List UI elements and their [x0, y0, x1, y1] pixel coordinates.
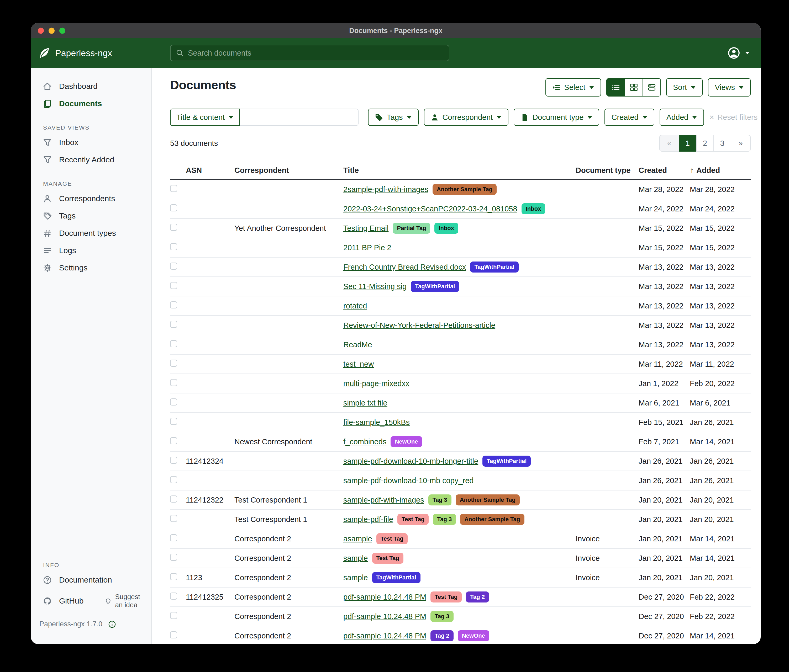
correspondent-filter-button[interactable]: Correspondent: [424, 108, 509, 126]
added-filter-button[interactable]: Added: [660, 108, 704, 126]
row-checkbox[interactable]: [170, 457, 177, 464]
document-title-link[interactable]: sample: [343, 554, 368, 563]
page-button-3[interactable]: 3: [713, 135, 731, 151]
sidebar-item-tags[interactable]: Tags: [31, 207, 151, 225]
column-header-doctype[interactable]: Document type: [576, 166, 639, 175]
correspondent-cell[interactable]: Correspondent 2: [235, 632, 343, 640]
tag-badge[interactable]: Tag 3: [428, 494, 452, 505]
row-checkbox[interactable]: [170, 612, 177, 619]
row-checkbox[interactable]: [170, 592, 177, 600]
row-checkbox[interactable]: [170, 321, 177, 328]
document-title-link[interactable]: French Country Bread Revised.docx: [343, 263, 466, 271]
views-button[interactable]: Views: [708, 78, 751, 97]
tag-badge[interactable]: Test Tag: [430, 591, 462, 602]
document-title-link[interactable]: rotated: [343, 302, 367, 310]
row-checkbox[interactable]: [170, 243, 177, 250]
row-checkbox[interactable]: [170, 573, 177, 580]
tag-badge[interactable]: Tag 2: [466, 591, 489, 602]
correspondent-cell[interactable]: Test Correspondent 1: [235, 515, 343, 524]
correspondent-cell[interactable]: Newest Correspondent: [235, 438, 343, 446]
doctype-cell[interactable]: Invoice: [576, 554, 639, 563]
search-input[interactable]: [188, 49, 444, 57]
document-title-link[interactable]: asample: [343, 535, 372, 543]
document-title-link[interactable]: 2022-03-24+Sonstige+ScanPC2022-03-24_081…: [343, 205, 517, 213]
document-title-link[interactable]: simple txt file: [343, 399, 387, 407]
doctype-cell[interactable]: Invoice: [576, 535, 639, 543]
column-header-correspondent[interactable]: Correspondent: [235, 166, 343, 175]
reset-filters-button[interactable]: × Reset filters: [709, 113, 757, 122]
suggest-idea-link[interactable]: Suggest an idea: [104, 593, 146, 609]
tag-badge[interactable]: Inbox: [434, 223, 458, 234]
tags-filter-button[interactable]: Tags: [368, 108, 418, 126]
sidebar-item-settings[interactable]: Settings: [31, 259, 151, 277]
brand-link[interactable]: Paperless-ngx: [39, 47, 112, 59]
document-title-link[interactable]: Sec 11-Missing sig: [343, 282, 407, 291]
document-title-link[interactable]: sample-pdf-with-images: [343, 496, 424, 505]
detail-view-toggle[interactable]: [642, 79, 660, 96]
column-header-added[interactable]: ↑ Added: [690, 166, 751, 175]
correspondent-cell[interactable]: Correspondent 2: [235, 554, 343, 563]
row-checkbox[interactable]: [170, 360, 177, 367]
page-button-1[interactable]: 1: [679, 135, 696, 151]
tag-badge[interactable]: Another Sample Tag: [460, 514, 524, 525]
tag-badge[interactable]: Another Sample Tag: [433, 184, 497, 195]
row-checkbox[interactable]: [170, 398, 177, 406]
row-checkbox[interactable]: [170, 418, 177, 425]
row-checkbox[interactable]: [170, 340, 177, 347]
sidebar-item-github[interactable]: GitHub Suggest an idea: [31, 589, 151, 613]
tag-badge[interactable]: Test Tag: [398, 514, 429, 525]
document-title-link[interactable]: f_combineds: [343, 438, 387, 446]
row-checkbox[interactable]: [170, 534, 177, 541]
correspondent-cell[interactable]: Correspondent 2: [235, 593, 343, 602]
info-circle-icon[interactable]: [108, 620, 116, 628]
row-checkbox[interactable]: [170, 379, 177, 386]
select-button[interactable]: Select: [545, 78, 601, 97]
tag-badge[interactable]: Partial Tag: [393, 223, 430, 234]
document-title-link[interactable]: Testing Email: [343, 224, 388, 232]
column-header-title[interactable]: Title: [343, 166, 576, 175]
page-button-«[interactable]: «: [659, 135, 679, 151]
tag-badge[interactable]: TagWithPartial: [482, 455, 531, 467]
row-checkbox[interactable]: [170, 282, 177, 289]
document-title-link[interactable]: sample-pdf-download-10-mb copy_red: [343, 476, 473, 485]
tag-badge[interactable]: TagWithPartial: [411, 281, 459, 292]
sidebar-item-document-types[interactable]: Document types: [31, 225, 151, 242]
tag-badge[interactable]: Inbox: [522, 203, 545, 214]
row-checkbox[interactable]: [170, 185, 177, 192]
document-title-link[interactable]: pdf-sample 10.24.48 PM: [343, 632, 426, 640]
tag-badge[interactable]: TagWithPartial: [470, 261, 518, 272]
correspondent-cell[interactable]: Correspondent 2: [235, 573, 343, 582]
document-title-link[interactable]: test_new: [343, 360, 374, 368]
row-checkbox[interactable]: [170, 224, 177, 231]
sort-button[interactable]: Sort: [666, 78, 703, 97]
document-title-link[interactable]: pdf-sample 10.24.48 PM: [343, 612, 426, 621]
list-view-toggle[interactable]: [607, 79, 625, 96]
sidebar-item-documents[interactable]: Documents: [31, 95, 151, 112]
correspondent-cell[interactable]: Correspondent 2: [235, 612, 343, 621]
tag-badge[interactable]: Another Sample Tag: [456, 494, 520, 505]
tag-badge[interactable]: Test Tag: [372, 553, 403, 564]
tag-badge[interactable]: TagWithPartial: [372, 572, 420, 583]
sidebar-item-logs[interactable]: Logs: [31, 242, 151, 259]
document-title-link[interactable]: sample-pdf-download-10-mb-longer-title: [343, 457, 478, 466]
correspondent-cell[interactable]: Test Correspondent 1: [235, 496, 343, 505]
row-checkbox[interactable]: [170, 554, 177, 561]
tag-badge[interactable]: Test Tag: [376, 533, 407, 544]
user-menu-button[interactable]: [728, 47, 750, 59]
sidebar-item-dashboard[interactable]: Dashboard: [31, 78, 151, 95]
column-header-created[interactable]: Created: [639, 166, 690, 175]
document-title-link[interactable]: sample-pdf-file: [343, 515, 393, 524]
doctype-cell[interactable]: Invoice: [576, 573, 639, 582]
row-checkbox[interactable]: [170, 631, 177, 639]
filter-field-dropdown[interactable]: Title & content: [170, 108, 240, 126]
row-checkbox[interactable]: [170, 301, 177, 309]
grid-view-toggle[interactable]: [625, 79, 642, 96]
column-header-asn[interactable]: ASN: [186, 166, 235, 175]
document-title-link[interactable]: pdf-sample 10.24.48 PM: [343, 593, 426, 602]
title-content-input[interactable]: [240, 108, 359, 126]
row-checkbox[interactable]: [170, 263, 177, 270]
row-checkbox[interactable]: [170, 495, 177, 503]
row-checkbox[interactable]: [170, 476, 177, 483]
sidebar-item-inbox[interactable]: Inbox: [31, 134, 151, 151]
tag-badge[interactable]: Tag 3: [430, 611, 454, 622]
